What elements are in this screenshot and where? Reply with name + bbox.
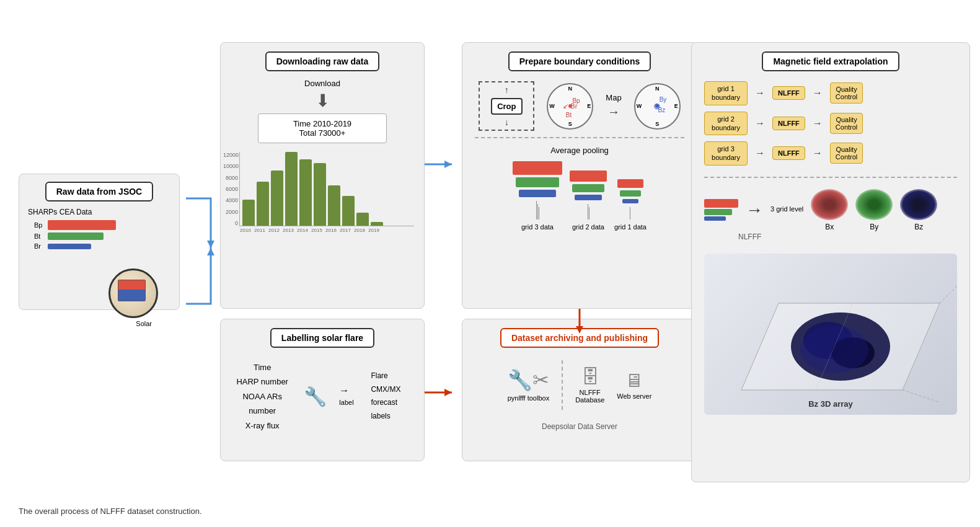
- server-icon: 🖥: [617, 370, 651, 391]
- svg-marker-5: [444, 389, 452, 396]
- svg-line-23: [903, 390, 940, 402]
- quality1: QualityControl: [830, 82, 863, 104]
- bt-label: Bt: [34, 232, 44, 240]
- arrow2b: →: [813, 118, 823, 129]
- labelling-title: Labelling solar flare: [270, 328, 374, 348]
- extrapolation-title: Magnetic field extrapolation: [762, 51, 899, 71]
- bar-2016: [328, 185, 340, 226]
- arrow-labelling-to-dataset: [425, 383, 462, 402]
- svg-line-22: [940, 285, 957, 303]
- arrow3: →: [755, 148, 765, 159]
- arrow-download-to-boundary: [425, 155, 462, 174]
- pooling-label: Average pooling: [462, 146, 697, 155]
- tools-icon: 🔧✂: [508, 368, 549, 392]
- forecast-output: Flare CMX/MX forecast labels: [371, 370, 412, 423]
- svg-marker-1: [207, 248, 214, 255]
- br-label: Br: [34, 242, 44, 250]
- label-arrow: → label: [339, 385, 362, 407]
- field-harp: HARP number: [233, 374, 291, 389]
- sharps-label: SHARPs CEA Data: [28, 208, 170, 216]
- bz-3d-viz: [704, 254, 957, 415]
- bar-2018: [356, 213, 369, 226]
- main-container: Raw data from JSOC SHARPs CEA Data Bp Bt…: [0, 0, 980, 527]
- grid3-boundary: grid 3boundary: [704, 141, 748, 166]
- bx-label: Bx: [825, 223, 834, 231]
- raw-data-panel: Raw data from JSOC SHARPs CEA Data Bp Bt…: [19, 174, 180, 310]
- field-time: Time: [233, 360, 291, 374]
- download-arrow: ⬇: [221, 91, 424, 111]
- solar-label: Solar: [28, 320, 170, 327]
- field-xray: X-ray flux: [233, 418, 291, 433]
- crop-label: Crop: [491, 98, 522, 115]
- nlfff2: NLFFF: [772, 117, 805, 130]
- arrow1: →: [755, 87, 765, 99]
- downloading-panel: Downloading raw data Download ⬇ Time 201…: [220, 42, 425, 309]
- bz-3d-label: Bz 3D array: [808, 399, 853, 409]
- arrow1b: →: [813, 87, 823, 99]
- nlfff-bottom-label: NLFFF: [738, 232, 957, 241]
- raw-data-title: Raw data from JSOC: [45, 182, 153, 202]
- download-label: Download: [221, 79, 424, 88]
- bar-2012: [271, 170, 283, 226]
- boundary-panel: Prepare boundary conditions ↑ Crop ↓ N S…: [462, 42, 697, 309]
- deepsolar-label: Deepsolar Data Server: [462, 422, 697, 431]
- tool-icon: 🔧: [304, 386, 327, 407]
- nlfff3: NLFFF: [772, 146, 805, 160]
- bz-label: Bz: [914, 223, 923, 231]
- grid1-boundary: grid 1boundary: [704, 81, 748, 105]
- bar-2010: [242, 200, 255, 226]
- database-icon: 🗄: [575, 366, 604, 388]
- bar-2011: [257, 182, 269, 226]
- arrow2: →: [755, 118, 765, 129]
- time-range: Time 2010-2019: [263, 119, 381, 128]
- svg-marker-11: [576, 326, 583, 334]
- quality2: QualityControl: [830, 113, 863, 134]
- grid2-boundary: grid 2boundary: [704, 112, 748, 136]
- bp-label: Bp: [34, 221, 44, 229]
- by-label: By: [870, 223, 878, 231]
- map-label: Map: [606, 93, 621, 102]
- boundary-title: Prepare boundary conditions: [508, 51, 651, 71]
- bar-2017: [342, 196, 355, 226]
- dataset-panel: Dataset archiving and publishing 🔧✂ pynl…: [462, 319, 697, 461]
- svg-point-16: [800, 326, 868, 373]
- bar-2014: [299, 159, 312, 226]
- grid-level-label: 3 grid level: [770, 205, 803, 213]
- svg-marker-0: [207, 241, 214, 248]
- total: Total 73000+: [263, 128, 381, 138]
- arrow-boundary-down: [570, 309, 589, 337]
- caption: The overall process of NLFFF dataset con…: [19, 507, 202, 516]
- svg-marker-3: [444, 161, 452, 168]
- field-noaa: NOAA ARs number: [233, 389, 291, 418]
- time-range-box: Time 2010-2019 Total 73000+: [258, 113, 387, 143]
- arrow3b: →: [813, 148, 823, 159]
- bar-2019: [371, 222, 383, 226]
- nlfff1: NLFFF: [772, 86, 805, 100]
- bar-2013: [285, 152, 298, 226]
- big-arrow: →: [746, 200, 763, 220]
- grid1-data-label: grid 1 data: [614, 223, 647, 231]
- bar-2015: [314, 163, 326, 226]
- labelling-panel: Labelling solar flare Time HARP number N…: [220, 319, 425, 461]
- nlfff-db-label: NLFFFDatabase: [575, 389, 604, 404]
- quality3: QualityControl: [830, 143, 863, 164]
- downloading-title: Downloading raw data: [265, 51, 380, 71]
- extrapolation-panel: Magnetic field extrapolation grid 1bound…: [691, 42, 970, 482]
- pynlfff-label: pynlfff toolbox: [508, 394, 549, 402]
- bar-chart: [239, 152, 414, 226]
- web-server-label: Web server: [617, 392, 651, 400]
- grid2-data-label: grid 2 data: [572, 223, 604, 231]
- grid3-data-label: grid 3 data: [521, 223, 554, 231]
